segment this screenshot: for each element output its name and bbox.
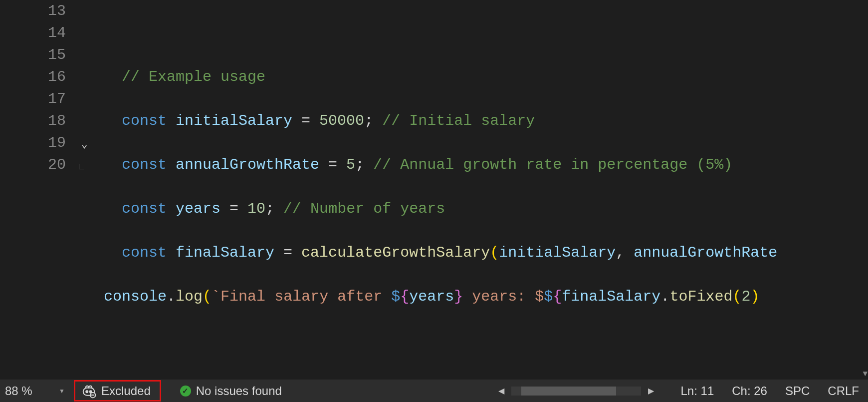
- line-ending-mode[interactable]: CRLF: [819, 380, 868, 402]
- check-circle-icon: ✓: [180, 386, 191, 397]
- code-editor[interactable]: 13 14 15 16 17 18 19 20 ⌄ ∟ // Example u…: [0, 0, 868, 380]
- scroll-left-arrow-icon[interactable]: ◀: [495, 386, 507, 396]
- line-number: 19: [0, 132, 66, 154]
- cursor-column[interactable]: Ch: 26: [723, 380, 776, 402]
- line-number-gutter: 13 14 15 16 17 18 19 20: [0, 0, 75, 380]
- code-line[interactable]: const years = 10; // Number of years: [95, 198, 868, 220]
- copilot-excluded-status[interactable]: Excluded: [74, 380, 161, 402]
- scroll-right-arrow-icon[interactable]: ▶: [645, 386, 657, 396]
- code-line[interactable]: console.log(`Final salary after ${years}…: [95, 286, 868, 308]
- indent-mode[interactable]: SPC: [776, 380, 819, 402]
- line-number: 20: [0, 154, 66, 176]
- line-number: 16: [0, 66, 66, 88]
- code-line[interactable]: const finalSalary = calculateGrowthSalar…: [95, 242, 868, 264]
- svg-point-1: [86, 391, 88, 393]
- chevron-down-icon: ▼: [59, 388, 65, 395]
- code-line[interactable]: // Example usage: [95, 66, 868, 88]
- line-number: 17: [0, 88, 66, 110]
- cursor-line[interactable]: Ln: 11: [672, 380, 723, 402]
- excluded-label: Excluded: [101, 384, 151, 398]
- scrollbar-thumb[interactable]: [521, 387, 616, 396]
- chevron-down-icon[interactable]: ⌄: [75, 134, 94, 156]
- code-line[interactable]: const initialSalary = 50000; // Initial …: [95, 110, 868, 132]
- line-number: 18: [0, 110, 66, 132]
- line-number: 14: [0, 22, 66, 44]
- line-number: 13: [0, 0, 66, 22]
- comment-text: // Example usage: [122, 68, 265, 85]
- issues-status[interactable]: ✓ No issues found: [174, 380, 288, 402]
- code-line[interactable]: [95, 22, 868, 44]
- fold-end-icon: ∟: [79, 156, 84, 178]
- status-bar: 88 % ▼ Excluded ✓ No issues found ◀ ▶ Ln…: [0, 380, 868, 402]
- scrollbar-track[interactable]: [859, 0, 868, 369]
- issues-label: No issues found: [196, 384, 282, 398]
- scroll-down-arrow-icon[interactable]: ▼: [863, 370, 868, 379]
- scrollbar-track[interactable]: [511, 387, 641, 396]
- vertical-scrollbar[interactable]: ▼: [859, 0, 868, 380]
- zoom-value: 88 %: [5, 384, 32, 398]
- zoom-level[interactable]: 88 % ▼: [0, 380, 74, 402]
- code-line[interactable]: [95, 330, 868, 352]
- fold-column: ⌄ ∟: [75, 0, 95, 380]
- line-number: 15: [0, 44, 66, 66]
- code-line[interactable]: const annualGrowthRate = 5; // Annual gr…: [95, 154, 868, 176]
- horizontal-scrollbar[interactable]: ◀ ▶: [495, 386, 657, 396]
- code-area[interactable]: // Example usage const initialSalary = 5…: [95, 0, 868, 380]
- copilot-icon: [81, 384, 96, 399]
